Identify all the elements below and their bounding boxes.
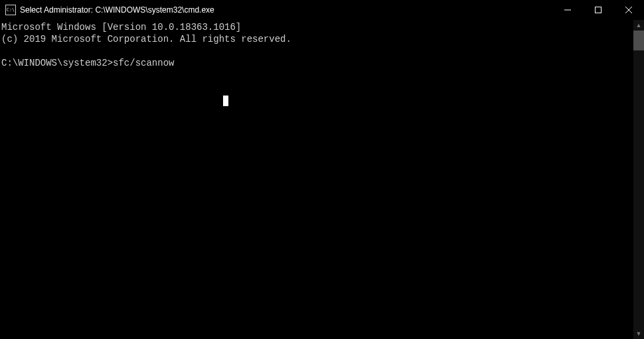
minimize-button[interactable] [552,0,583,20]
terminal-output[interactable]: Microsoft Windows [Version 10.0.18363.10… [0,20,633,339]
close-button[interactable] [613,0,644,20]
cmd-icon: C:\ [5,5,16,15]
maximize-button[interactable] [583,0,613,20]
scroll-up-icon[interactable]: ▲ [633,20,644,31]
terminal-line: Microsoft Windows [Version 10.0.18363.10… [1,22,241,33]
text-cursor [223,96,228,106]
terminal-line: (c) 2019 Microsoft Corporation. All righ… [1,34,291,44]
scroll-down-icon[interactable]: ▼ [633,328,644,339]
svg-rect-1 [596,7,602,13]
window-controls [552,0,644,20]
scrollbar[interactable]: ▲ ▼ [633,20,644,339]
command-input: sfc/scannow [113,58,174,68]
window-title: Select Administrator: C:\WINDOWS\system3… [20,5,552,15]
prompt: C:\WINDOWS\system32> [1,58,113,68]
scrollbar-thumb[interactable] [633,31,644,50]
titlebar: C:\ Select Administrator: C:\WINDOWS\sys… [0,0,644,20]
